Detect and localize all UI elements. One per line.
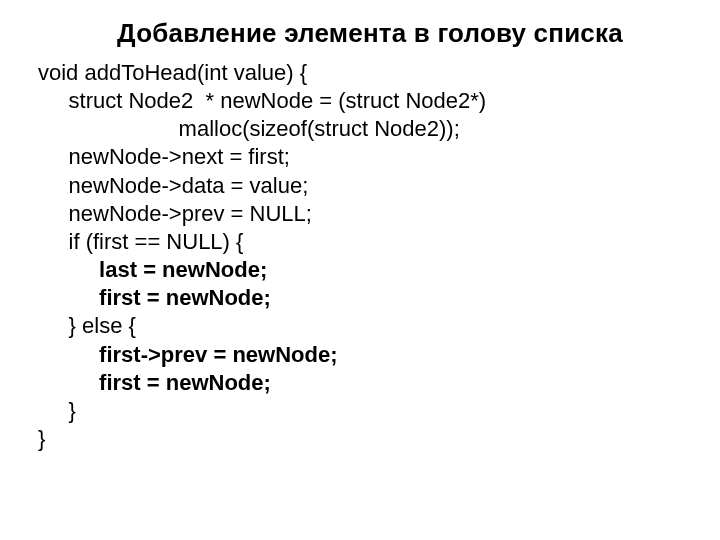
code-line: } else { (38, 312, 720, 340)
code-line-bold: last = newNode; (38, 256, 720, 284)
code-line: struct Node2 * newNode = (struct Node2*) (38, 87, 720, 115)
code-line: void addToHead(int value) { (38, 59, 720, 87)
code-line: } (38, 397, 720, 425)
code-line: if (first == NULL) { (38, 228, 720, 256)
code-line: newNode->data = value; (38, 172, 720, 200)
code-line: malloc(sizeof(struct Node2)); (38, 115, 720, 143)
slide-title: Добавление элемента в голову списка (0, 18, 720, 57)
code-line-bold: first->prev = newNode; (38, 341, 720, 369)
code-block: void addToHead(int value) { struct Node2… (0, 57, 720, 453)
code-line: newNode->prev = NULL; (38, 200, 720, 228)
code-line: newNode->next = first; (38, 143, 720, 171)
code-line-bold: first = newNode; (38, 284, 720, 312)
code-line: } (38, 425, 720, 453)
code-line-bold: first = newNode; (38, 369, 720, 397)
